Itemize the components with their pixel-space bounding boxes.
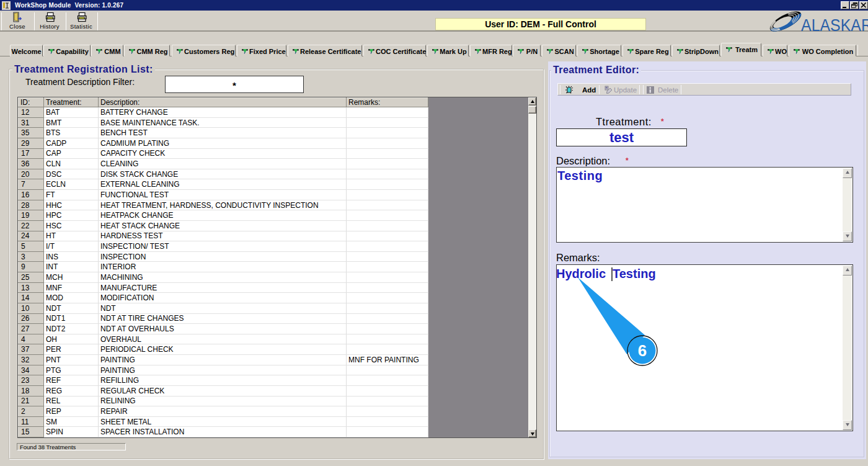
svg-text:6: 6 xyxy=(638,341,647,360)
svg-text:ALASKAR: ALASKAR xyxy=(801,16,868,35)
